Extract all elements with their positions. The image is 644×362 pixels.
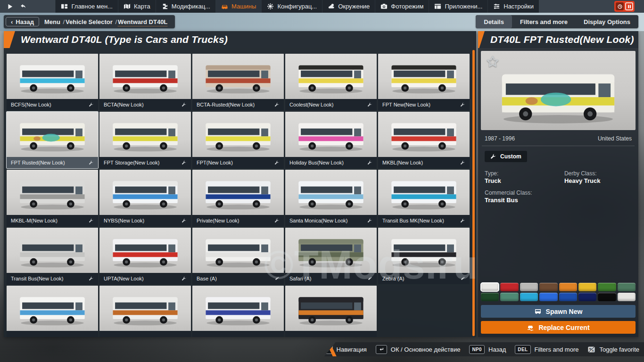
mods-puzzle-icon xyxy=(161,3,168,10)
vehicle-config-card[interactable]: BCTA-Rusted(New Look) xyxy=(192,54,284,110)
vehicle-config-card[interactable]: BCTA(New Look) xyxy=(99,54,191,110)
topbar-tab-vehicles-car[interactable]: Машины xyxy=(215,0,261,13)
play-button[interactable] xyxy=(7,3,13,10)
vehicle-config-card[interactable]: Santa Monica(New Look) xyxy=(285,170,377,226)
vehicle-config-card[interactable]: Base (A) xyxy=(192,228,284,284)
vehicle-preview-image xyxy=(486,58,630,129)
vehicle-config-card[interactable]: Zebra (A) xyxy=(378,228,470,284)
topbar-tab-settings-sliders[interactable]: Настройки xyxy=(487,0,539,13)
color-swatch[interactable] xyxy=(618,293,636,301)
chevron-left-icon: ‹ xyxy=(11,18,13,25)
color-swatch[interactable] xyxy=(481,283,499,291)
vehicle-config-card[interactable]: Coolest(New Look) xyxy=(285,54,377,110)
vehicle-config-card[interactable]: NYBS(New Look) xyxy=(99,170,191,226)
topbar-tab-photo-camera[interactable]: Фоторежим xyxy=(375,0,429,13)
config-name: Base (A) xyxy=(197,276,272,281)
vehicle-config-card[interactable]: Safari (A) xyxy=(285,228,377,284)
topbar-tab-mods-puzzle[interactable]: Модификац... xyxy=(156,0,215,13)
topbar-tab-map[interactable]: Карта xyxy=(118,0,156,13)
topbar-tab-label: Главное мен... xyxy=(71,3,112,10)
hint-2[interactable]: NP0Назад xyxy=(469,345,506,354)
topbar-tab-apps-window[interactable]: Приложени... xyxy=(429,0,487,13)
wrench-icon xyxy=(460,102,465,107)
config-thumbnail xyxy=(7,286,98,331)
config-label-bar: BCTA-Rusted(New Look) xyxy=(192,99,284,110)
color-swatch[interactable] xyxy=(618,283,636,291)
vehicle-config-card[interactable] xyxy=(285,286,377,337)
vehicle-config-card[interactable]: BCFS(New Look) xyxy=(7,54,98,110)
vehicle-config-card[interactable]: Transit Bus MK(New Look) xyxy=(378,170,470,226)
vehicle-config-card[interactable] xyxy=(192,286,284,337)
topbar-tab-main-menu[interactable]: Главное мен... xyxy=(55,0,117,13)
topbar-tab-environment-weather[interactable]: Окружение xyxy=(322,0,375,13)
color-swatch[interactable] xyxy=(578,293,596,301)
color-swatch[interactable] xyxy=(559,283,577,291)
panel-flag-icon xyxy=(478,31,485,48)
config-thumbnail xyxy=(378,170,470,215)
config-name: FPT Rusted(New Look) xyxy=(11,160,86,165)
replace-current-button[interactable]: Replace Current xyxy=(481,321,636,334)
color-swatch[interactable] xyxy=(520,283,538,291)
color-swatch[interactable] xyxy=(520,293,538,301)
vehicle-config-card[interactable] xyxy=(99,286,191,337)
grid-scrollbar[interactable] xyxy=(472,50,475,336)
hint-3[interactable]: DELFilters and more xyxy=(515,345,578,354)
hint-label: Toggle favorite xyxy=(599,346,639,353)
settings-sliders-icon xyxy=(493,3,500,10)
enter-icon xyxy=(379,346,384,352)
color-swatch[interactable] xyxy=(559,293,577,301)
vehicle-config-card[interactable]: MKBL-M(New Look) xyxy=(7,170,98,226)
wrench-icon xyxy=(460,218,465,223)
spawn-new-button[interactable]: Spawn New xyxy=(481,305,636,318)
simulation-indicator[interactable] xyxy=(614,1,635,12)
config-name: Transit Bus(New Look) xyxy=(11,276,86,281)
config-label-bar xyxy=(285,331,377,337)
breadcrumb-item[interactable]: Wentward DT40L xyxy=(118,18,167,26)
tab-filters-and-more[interactable]: Filters and more xyxy=(512,15,576,28)
topbar-tab-config-gear[interactable]: Конфигурац... xyxy=(261,0,322,13)
vehicle-config-card[interactable] xyxy=(7,286,98,337)
color-swatch[interactable] xyxy=(500,293,518,301)
vehicle-config-card[interactable]: FPT Storage(New Look) xyxy=(99,112,191,168)
hint-label: Filters and more xyxy=(535,346,579,353)
wrench-icon xyxy=(367,160,372,165)
vehicle-config-card[interactable]: FPT New(New Look) xyxy=(378,54,470,110)
config-name: Zebra (A) xyxy=(382,276,457,281)
tab-display-options[interactable]: Display Options xyxy=(576,15,638,28)
hint-4[interactable]: NAToggle favorite xyxy=(587,346,639,353)
back-button[interactable]: ‹ Назад xyxy=(6,17,39,26)
bus-thumbnail xyxy=(486,58,630,132)
breadcrumb-item[interactable]: Vehicle Selector xyxy=(66,18,113,25)
color-swatch[interactable] xyxy=(578,283,596,291)
bus-thumbnail xyxy=(289,172,372,214)
bus-thumbnail xyxy=(382,172,465,214)
vehicle-config-card[interactable]: FPT(New Look) xyxy=(192,112,284,168)
color-swatch[interactable] xyxy=(481,293,499,301)
grid-scrollbar-thumb[interactable] xyxy=(472,50,475,336)
config-name: UPTA(New Look) xyxy=(104,276,179,281)
topbar-tab-label: Настройки xyxy=(504,3,534,10)
vehicle-config-card[interactable]: MKBL(New Look) xyxy=(378,112,470,168)
vehicle-config-card[interactable]: UPTA(New Look) xyxy=(99,228,191,284)
color-swatch[interactable] xyxy=(598,283,616,291)
config-thumbnail xyxy=(7,170,98,215)
vehicle-config-card[interactable]: Private(New Look) xyxy=(192,170,284,226)
color-swatch[interactable] xyxy=(539,293,557,301)
pause-icon xyxy=(625,2,633,10)
config-label-bar xyxy=(192,331,284,337)
breadcrumb-item[interactable]: Menu xyxy=(44,18,60,25)
color-swatch[interactable] xyxy=(539,283,557,291)
vehicle-config-card[interactable]: Transit Bus(New Look) xyxy=(7,228,98,284)
vehicle-config-card[interactable]: Holiday Bus(New Look) xyxy=(285,112,377,168)
hint-1[interactable]: ОК / Основное действие xyxy=(376,345,461,354)
config-name: MKBL-M(New Look) xyxy=(11,218,86,223)
hint-label: Навигация xyxy=(337,346,367,353)
breadcrumb-separator: / xyxy=(63,18,65,25)
color-swatch[interactable] xyxy=(598,293,616,301)
color-swatch[interactable] xyxy=(500,283,518,291)
undo-icon[interactable] xyxy=(20,3,26,10)
tab-details[interactable]: Details xyxy=(476,15,512,28)
vehicle-config-card[interactable]: FPT Rusted(New Look) xyxy=(7,112,98,168)
bus-icon xyxy=(534,308,542,315)
apps-window-icon xyxy=(434,3,441,10)
